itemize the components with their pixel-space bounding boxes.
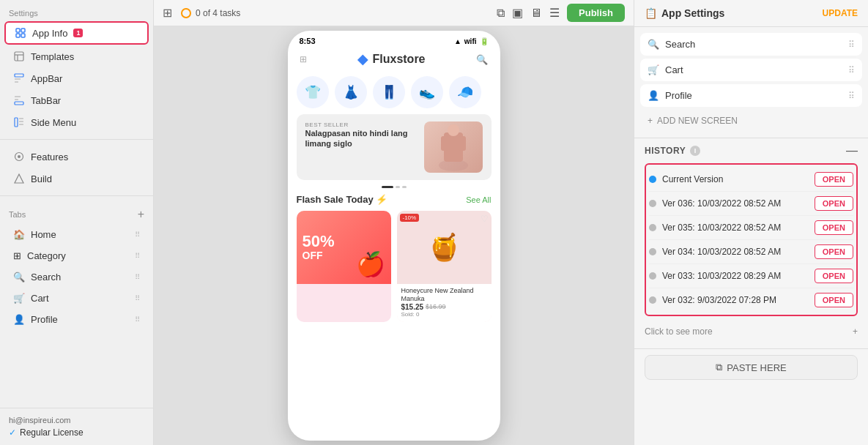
svg-rect-23: [441, 136, 448, 151]
open-current-button[interactable]: OPEN: [815, 172, 853, 187]
ver033-dot: [649, 272, 656, 280]
phone-search-icon: 🔍: [476, 54, 488, 65]
open-032-button[interactable]: OPEN: [815, 293, 853, 307]
see-more-plus-icon: +: [853, 326, 858, 337]
monitor-icon[interactable]: 🖥: [530, 7, 542, 20]
tabs-header: Tabs +: [0, 202, 153, 224]
product-sold: Sold: 0: [401, 311, 487, 318]
sidebar-tab-home[interactable]: 🏠 Home ⠿: [4, 225, 149, 244]
paste-here-button[interactable]: ⧉ PASTE HERE: [645, 355, 858, 380]
svg-rect-8: [15, 78, 21, 80]
add-icon: +: [648, 116, 653, 126]
update-button[interactable]: UPDATE: [823, 8, 858, 18]
product-item-2[interactable]: -10% ♡ 🍯 Honeycure New Zealand Manuka $1…: [397, 211, 492, 322]
see-more-button[interactable]: Click to see more +: [645, 321, 858, 343]
build-label: Build: [31, 173, 52, 184]
product-item-1[interactable]: 50% OFF 🍎: [297, 211, 391, 322]
svg-rect-7: [15, 74, 23, 77]
sidebar-item-appbar[interactable]: AppBar: [4, 68, 149, 89]
search-screen-label: Search: [665, 39, 695, 50]
sidebar-tab-category[interactable]: ⊞ Category ⠿: [4, 246, 149, 266]
sidebar-item-app-info[interactable]: App Info 1: [4, 21, 149, 45]
sidebar-item-templates[interactable]: Templates: [4, 46, 149, 67]
history-item-current: Current Version OPEN: [649, 168, 853, 192]
ver036-text: Ver 036: 10/03/2022 08:52 AM: [662, 198, 781, 209]
frame-icon[interactable]: ▣: [512, 6, 523, 20]
product-emoji: 🍯: [428, 232, 461, 263]
screen-search[interactable]: 🔍 Search ⠿: [640, 33, 862, 56]
topbar-icons: ⧉ ▣ 🖥 ☰ Publish: [497, 4, 625, 22]
add-tab-button[interactable]: +: [138, 208, 144, 221]
ver034-dot: [649, 248, 656, 255]
right-panel-footer: ⧉ PASTE HERE: [634, 348, 868, 386]
phone-banner: BEST SELLER Nalagpasan nito hindi lang l…: [297, 114, 492, 180]
ver032-text: Ver 032: 9/03/2022 07:28 PM: [662, 295, 776, 305]
open-034-button[interactable]: OPEN: [815, 244, 853, 259]
main-area: ⊞ 0 of 4 tasks ⧉ ▣ 🖥 ☰ Publish 8:53 ▲ wi…: [154, 0, 634, 445]
open-035-button[interactable]: OPEN: [815, 220, 853, 235]
cat-item-1: 👕: [297, 76, 329, 108]
history-info-icon: i: [690, 146, 700, 156]
open-036-button[interactable]: OPEN: [815, 196, 853, 211]
flash-sale-title: Flash Sale Today ⚡: [297, 194, 388, 205]
sidebar-item-build[interactable]: Build: [4, 168, 149, 189]
sale-off: OFF: [303, 250, 323, 261]
sidebar: Settings App Info 1 Templates AppBar Tab…: [0, 0, 154, 445]
category-tab-dots: ⠿: [135, 252, 140, 260]
layers-icon[interactable]: ⧉: [497, 7, 505, 20]
discount-badge: -10%: [400, 214, 420, 222]
history-title: HISTORY i: [645, 146, 700, 156]
cat-item-5: 🧢: [449, 76, 481, 108]
paste-here-label: PASTE HERE: [727, 362, 786, 373]
app-info-badge: 1: [73, 29, 83, 37]
product-info: Honeycure New Zealand Manuka $15.25 $16.…: [397, 284, 492, 322]
list-icon[interactable]: ☰: [549, 6, 560, 20]
heart-icon[interactable]: ♡: [481, 214, 489, 224]
ver036-dot: [649, 200, 656, 207]
ver034-text: Ver 034: 10/03/2022 08:52 AM: [662, 247, 781, 257]
open-033-button[interactable]: OPEN: [815, 269, 853, 283]
banner-label: BEST SELLER: [305, 121, 418, 128]
diamond-icon: ◆: [357, 51, 368, 67]
cart-screen-label: Cart: [665, 64, 683, 75]
sidebar-item-sidemenu[interactable]: Side Menu: [4, 112, 149, 132]
ver033-text: Ver 033: 10/03/2022 08:29 AM: [662, 271, 781, 281]
templates-label: Templates: [31, 51, 74, 62]
paste-icon: ⧉: [716, 362, 722, 373]
add-screen-label: ADD NEW SCREEN: [657, 116, 738, 126]
search-tab-dots: ⠿: [135, 273, 140, 281]
product-name: Honeycure New Zealand Manuka: [401, 287, 487, 303]
svg-rect-10: [15, 102, 23, 105]
add-screen-button[interactable]: + ADD NEW SCREEN: [640, 110, 862, 132]
sidebar-tab-search[interactable]: 🔍 Search ⠿: [4, 267, 149, 287]
history-item-032: Ver 032: 9/03/2022 07:28 PM OPEN: [649, 288, 853, 312]
svg-point-18: [18, 155, 21, 158]
collapse-button[interactable]: —: [846, 144, 858, 157]
svg-rect-4: [15, 52, 23, 61]
screen-profile[interactable]: 👤 Profile ⠿: [640, 84, 862, 107]
panel-title-text: App Settings: [661, 7, 724, 19]
publish-button[interactable]: Publish: [567, 4, 625, 22]
tab-profile-label: Profile: [31, 314, 58, 325]
history-section: HISTORY i — Current Version OPEN Ver 036…: [634, 138, 868, 348]
right-panel: 📋 App Settings UPDATE 🔍 Search ⠿ 🛒 Cart …: [634, 0, 868, 445]
phone-status-icons: ▲ wifi 🔋: [454, 37, 489, 45]
sidebar-item-features[interactable]: Features: [4, 146, 149, 167]
build-icon: [13, 173, 25, 184]
cart-screen-dots: ⠿: [848, 65, 855, 75]
sidebar-bottom: hi@inspireui.com ✓ Regular License: [0, 408, 153, 445]
svg-rect-11: [15, 96, 21, 97]
tasks-info: 0 of 4 tasks: [181, 8, 240, 18]
phone-products: 50% OFF 🍎 -10% ♡ 🍯 Honeycure New Zealand…: [288, 208, 500, 328]
sidebar-tab-cart[interactable]: 🛒 Cart ⠿: [4, 288, 149, 308]
license-label: Regular License: [20, 427, 84, 438]
license-check-icon: ✓: [9, 427, 16, 438]
profile-screen-icon: 👤: [648, 90, 659, 101]
see-all-link[interactable]: See All: [466, 195, 491, 204]
screen-cart[interactable]: 🛒 Cart ⠿: [640, 59, 862, 81]
sidebar-item-tabbar[interactable]: TabBar: [4, 90, 149, 111]
phone-menu-icon: ⊞: [300, 54, 307, 64]
sidebar-tab-profile[interactable]: 👤 Profile ⠿: [4, 310, 149, 329]
appbar-label: AppBar: [31, 73, 62, 84]
cat-item-2: 👗: [335, 76, 367, 108]
